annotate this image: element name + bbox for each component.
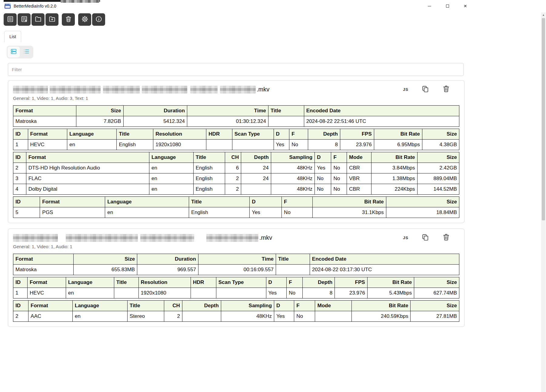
cell: Stereo	[127, 311, 164, 322]
cell: Yes	[274, 311, 294, 322]
cell: Dolby Digital	[26, 184, 149, 195]
cell: 240.59Kbps	[352, 311, 411, 322]
column-header: Format	[26, 152, 149, 163]
column-header: HDR	[206, 129, 232, 140]
cell: en	[105, 207, 189, 218]
redacted-block	[190, 86, 218, 94]
column-header: Bit Rate	[371, 152, 417, 163]
column-header: Format	[28, 277, 66, 288]
redacted-block	[206, 234, 258, 242]
cell: 24	[241, 173, 271, 184]
audio-header-row: IDFormatLanguageTitleCHDepthSamplingDFMo…	[13, 301, 459, 311]
cell: 5.43Mbps	[367, 288, 414, 298]
general-stream-table: FormatSizeDurationTimeTitleEncoded DateM…	[13, 105, 459, 127]
column-header: Size	[411, 301, 459, 311]
column-header: Language	[66, 277, 114, 288]
view-toggle	[7, 46, 33, 58]
window-title: BetterMediaInfo v0.2.0	[14, 4, 56, 8]
column-header: Depth	[308, 129, 340, 140]
cell: 2	[164, 311, 182, 322]
video-row: 1HEVCen1920x1080YesNo823.9765.43Mbps627.…	[13, 288, 459, 298]
cell: CBR	[347, 163, 371, 173]
settings-button[interactable]	[78, 13, 91, 26]
list-view-icon	[23, 48, 30, 56]
column-header: Encoded Date	[310, 254, 459, 265]
cell: 23.976	[335, 288, 367, 298]
column-header: Mode	[315, 301, 352, 311]
column-header: Size	[73, 254, 137, 265]
cell: 24	[241, 163, 271, 173]
scroll-up-icon[interactable]: ▲	[541, 12, 546, 18]
column-header: Scan Type	[216, 277, 266, 288]
open-file-button[interactable]	[4, 13, 17, 26]
delete-icon	[442, 233, 450, 242]
cell: 627.74MB	[414, 288, 459, 298]
open-file-icon	[7, 15, 14, 24]
cell: 3.84Mbps	[371, 163, 417, 173]
cell: en	[149, 163, 193, 173]
redacted-block	[140, 234, 194, 242]
js-export-button[interactable]: JS	[403, 87, 408, 92]
app-film-icon	[4, 3, 11, 9]
settings-gear-icon	[81, 15, 88, 24]
card-view-button[interactable]	[8, 47, 20, 58]
cell: Matroska	[13, 265, 74, 275]
column-header: Title	[127, 301, 164, 311]
cell: 8	[308, 140, 340, 150]
file-list: .mkvJSGeneral: 1, Video: 1, Audio: 3, Te…	[8, 80, 464, 327]
cell: English	[193, 184, 225, 195]
column-header: Size	[417, 152, 459, 163]
column-header: Sampling	[271, 152, 315, 163]
audio-row: 2DTS-HD High Resolution AudioenEnglish62…	[13, 163, 459, 173]
js-export-button[interactable]: JS	[403, 236, 408, 240]
column-header: Depth	[241, 152, 271, 163]
cell: 2.42GB	[417, 163, 459, 173]
copy-button[interactable]	[421, 85, 429, 94]
delete-file-button[interactable]	[442, 85, 450, 94]
info-button[interactable]	[92, 13, 105, 26]
scrollbar-thumb[interactable]	[542, 18, 545, 220]
open-folder-add-button[interactable]	[45, 13, 58, 26]
maximize-button[interactable]	[438, 0, 456, 12]
cell: 7.82GB	[76, 116, 123, 127]
cell: English	[189, 207, 249, 218]
column-header: Resolution	[153, 129, 206, 140]
column-header: Bit Rate	[367, 277, 414, 288]
column-header: Size	[386, 197, 459, 207]
column-header: FPS	[340, 129, 374, 140]
cell: No	[331, 163, 347, 173]
audio-stream-table: IDFormatLanguageTitleCHDepthSamplingDFMo…	[13, 152, 459, 195]
list-view-button[interactable]	[20, 47, 32, 58]
open-file-add-icon	[21, 15, 28, 24]
copy-button[interactable]	[421, 233, 429, 242]
cell: Yes	[274, 140, 289, 150]
column-header: Format	[28, 301, 73, 311]
cell: 23.976	[340, 140, 374, 150]
column-header: Format	[40, 197, 105, 207]
window-controls: ✕	[421, 0, 474, 12]
column-header: Sampling	[221, 301, 274, 311]
tab-list[interactable]: List	[4, 31, 21, 42]
clear-list-button[interactable]	[62, 13, 75, 26]
cell: 1.38Mbps	[371, 173, 417, 184]
filter-input[interactable]	[8, 63, 464, 76]
vertical-scrollbar[interactable]: ▲	[541, 12, 546, 392]
cell: HEVC	[28, 140, 67, 150]
cell: FLAC	[26, 173, 149, 184]
cell: DTS-HD High Resolution Audio	[26, 163, 149, 173]
filter-row	[8, 63, 546, 76]
redacted-block	[50, 86, 101, 94]
general-header-row: FormatSizeDurationTimeTitleEncoded Date	[13, 106, 459, 116]
open-file-add-button[interactable]	[18, 13, 31, 26]
cell: 2	[225, 173, 241, 184]
close-button[interactable]: ✕	[456, 0, 474, 12]
redacted-filename	[13, 234, 258, 242]
cell: 969.557	[137, 265, 198, 275]
column-header: Bit Rate	[352, 301, 411, 311]
open-folder-button[interactable]	[32, 13, 45, 26]
cell: 1	[13, 288, 28, 298]
cell: 31.1Kbps	[312, 207, 386, 218]
stream-tables: FormatSizeDurationTimeTitleEncoded DateM…	[13, 105, 459, 218]
minimize-button[interactable]	[421, 0, 438, 12]
delete-file-button[interactable]	[442, 233, 450, 242]
